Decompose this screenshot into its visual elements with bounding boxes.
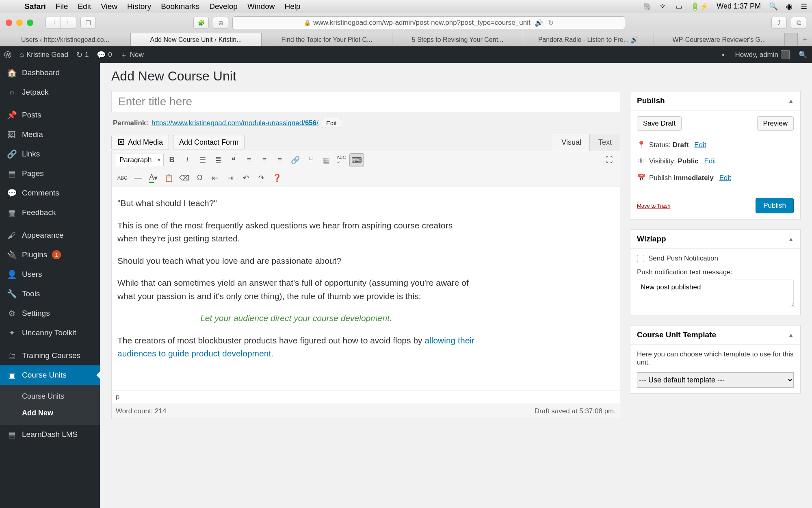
align-center-button[interactable]: ≡ (257, 153, 272, 167)
text-color-button[interactable]: A ▾ (146, 171, 161, 185)
outdent-button[interactable]: ⇤ (208, 171, 223, 185)
hr-button[interactable]: — (131, 171, 145, 185)
visual-tab[interactable]: Visual (553, 134, 590, 151)
share-button[interactable]: ⤴ (771, 17, 787, 29)
move-to-trash-link[interactable]: Move to Trash (637, 203, 670, 209)
publish-button[interactable]: Publish (756, 198, 794, 213)
avatar[interactable] (781, 50, 790, 59)
add-media-button[interactable]: 🖼Add Media (111, 135, 169, 150)
paste-text-button[interactable]: 📋 (162, 171, 176, 185)
text-tab[interactable]: Text (590, 134, 620, 151)
siri-icon[interactable]: ◉ (786, 2, 793, 11)
edit-status-link[interactable]: Edit (694, 141, 706, 149)
bullet-list-button[interactable]: ☰ (195, 153, 210, 167)
audio-icon[interactable]: 🔊 (535, 19, 543, 27)
spotlight-icon[interactable]: 🔍 (769, 2, 778, 11)
special-char-button[interactable]: Ω (193, 171, 207, 185)
editor-body[interactable]: "But what should I teach?" This is one o… (112, 187, 620, 390)
howdy-text[interactable]: Howdy, admin (735, 51, 778, 59)
italic-button[interactable]: I (180, 153, 195, 167)
new-content[interactable]: ＋New (116, 50, 148, 60)
app-name[interactable]: Safari (19, 2, 51, 11)
edit-schedule-link[interactable]: Edit (719, 174, 731, 182)
number-list-button[interactable]: ≣ (211, 153, 225, 167)
notifications-icon[interactable]: ▪ (722, 51, 725, 59)
menubar-clock[interactable]: Wed 1:37 PM (717, 2, 761, 11)
menu-help[interactable]: Help (279, 2, 305, 11)
browser-tab[interactable]: Pandora Radio - Listen to Fre... 🔊 (523, 33, 654, 46)
sidebar-item-feedback[interactable]: ▦Feedback (0, 203, 100, 222)
format-select[interactable]: Paragraph (115, 154, 164, 166)
maximize-window[interactable] (27, 20, 33, 26)
menu-edit[interactable]: Edit (73, 2, 96, 11)
sidebar-item-learndash-lms[interactable]: ▤LearnDash LMS (0, 425, 100, 444)
link-button[interactable]: 🔗 (288, 153, 303, 167)
submenu-item[interactable]: Add New (0, 405, 100, 421)
push-checkbox[interactable] (637, 255, 644, 262)
site-link[interactable]: ⌂Kristine Goad (15, 50, 72, 59)
template-select[interactable]: --- Use default template --- (637, 372, 794, 388)
menu-view[interactable]: View (96, 2, 122, 11)
sidebar-item-course-units[interactable]: ▣Course Units (0, 365, 100, 385)
browser-tab[interactable]: 5 Steps to Revising Your Cont... (392, 33, 523, 46)
sidebar-item-jetpack[interactable]: ○Jetpack (0, 82, 100, 102)
bold-button[interactable]: B (165, 153, 179, 167)
quote-button[interactable]: ❝ (226, 153, 241, 167)
browser-tab[interactable]: WP-Courseware Reviewer's G... (654, 33, 785, 46)
help-button[interactable]: ❓ (270, 171, 284, 185)
new-tab-button[interactable]: + (797, 33, 812, 46)
back-button[interactable]: 〈 (45, 17, 61, 29)
sidebar-item-tools[interactable]: 🔧Tools (0, 284, 100, 304)
airplay-icon[interactable]: ▭ (676, 2, 682, 11)
clear-format-button[interactable]: ⌫ (177, 171, 192, 185)
sidebar-item-users[interactable]: 👤Users (0, 265, 100, 284)
wifi-icon[interactable]: ᯤ (660, 2, 667, 11)
sidebar-item-dashboard[interactable]: 🏠Dashboard (0, 63, 100, 82)
browser-tab[interactable]: Users ‹ http://kristinegoad.co... (0, 33, 131, 46)
minimize-window[interactable] (16, 20, 23, 26)
menu-window[interactable]: Window (243, 2, 280, 11)
add-contact-form-button[interactable]: Add Contact Form (173, 135, 245, 150)
sidebar-toggle[interactable]: ☐ (80, 17, 96, 29)
comments-link[interactable]: 💬0 (93, 50, 116, 59)
edit-permalink-button[interactable]: Edit (322, 118, 341, 128)
align-left-button[interactable]: ≡ (242, 153, 256, 167)
toggle-icon[interactable]: ▲ (788, 332, 794, 338)
add-button[interactable]: ⊕ (213, 17, 228, 29)
updates-link[interactable]: ↻1 (72, 50, 93, 59)
address-bar[interactable]: 🔒 www.kristinegoad.com/wp-admin/post-new… (232, 16, 625, 29)
notifications-icon[interactable]: ☰ (801, 2, 807, 11)
wp-logo[interactable]: ⓦ (0, 50, 15, 60)
unlink-button[interactable]: ⑂ (303, 153, 318, 167)
sidebar-item-uncanny-toolkit[interactable]: ✦Uncanny Toolkit (0, 323, 100, 343)
more-button[interactable]: ▦ (319, 153, 333, 167)
sidebar-item-links[interactable]: 🔗Links (0, 144, 100, 164)
sidebar-item-training-courses[interactable]: 🗂Training Courses (0, 346, 100, 365)
menu-bookmarks[interactable]: Bookmarks (156, 2, 204, 11)
sidebar-item-plugins[interactable]: 🔌Plugins1 (0, 245, 100, 265)
post-title-input[interactable] (111, 91, 620, 112)
submenu-item[interactable]: Course Units (0, 388, 100, 405)
sidebar-item-posts[interactable]: 📌Posts (0, 105, 100, 125)
strike-button[interactable]: ABC (115, 171, 130, 185)
undo-button[interactable]: ↶ (239, 171, 253, 185)
menu-file[interactable]: File (51, 2, 73, 11)
sidebar-item-media[interactable]: 🖼Media (0, 125, 100, 144)
sidebar-item-pages[interactable]: ▤Pages (0, 164, 100, 183)
sidebar-item-settings[interactable]: ⚙Settings (0, 304, 100, 323)
battery-icon[interactable]: 🔋⚡ (691, 2, 708, 11)
toggle-icon[interactable]: ▲ (788, 98, 794, 104)
toolbar-toggle-button[interactable]: ⌨ (349, 153, 364, 167)
permalink-link[interactable]: https://www.kristinegoad.com/module-unas… (152, 119, 318, 127)
tabs-button[interactable]: ⧉ (791, 17, 806, 29)
menu-history[interactable]: History (122, 2, 156, 11)
push-textarea[interactable]: New post published (637, 280, 794, 307)
spellcheck-button[interactable]: ABC✓ (334, 153, 349, 167)
browser-tab[interactable]: Find the Topic for Your Pilot C... (262, 33, 392, 46)
forward-button[interactable]: 〉 (61, 17, 76, 29)
search-icon[interactable]: 🔍 (799, 50, 807, 59)
browser-tab[interactable]: Add New Course Unit ‹ Kristin... (131, 33, 262, 46)
toggle-icon[interactable]: ▲ (788, 236, 794, 242)
indent-button[interactable]: ⇥ (223, 171, 238, 185)
extension-button[interactable]: 🧩 (193, 17, 209, 29)
